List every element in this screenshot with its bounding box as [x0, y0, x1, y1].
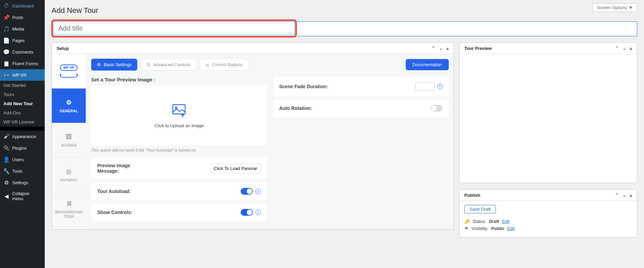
info-icon[interactable]: i	[437, 84, 443, 89]
list-icon: ☰	[146, 62, 150, 67]
dashboard-icon: ⏱	[3, 3, 9, 9]
auto-rotation-toggle[interactable]	[430, 105, 443, 112]
documentation-button[interactable]: Documentation	[406, 59, 449, 70]
tab-advanced-controls[interactable]: ☰Advanced Controls	[141, 59, 196, 71]
tour-preview-panel: Tour Preview ⌃ ⌄ ▴	[459, 42, 637, 183]
setup-title: Setup	[57, 46, 69, 51]
sidebar-sub-license[interactable]: WP VR License	[0, 117, 45, 127]
sidebar-label: Fluent Forms	[12, 61, 38, 66]
autoload-label: Tour Autoload:	[97, 189, 131, 194]
users-icon: 👤	[3, 156, 9, 162]
settings-icon: ⚙	[3, 179, 9, 186]
chevron-up-icon[interactable]: ⌃	[431, 45, 436, 51]
caret-up-icon[interactable]: ▴	[630, 192, 632, 198]
vr-icon: 👓	[3, 72, 9, 78]
chevron-down-icon: ▼	[628, 5, 633, 10]
show-controls-toggle[interactable]	[241, 209, 253, 216]
sidebar-item-fluent-forms[interactable]: 📋Fluent Forms	[0, 58, 45, 69]
key-icon: 🔑	[464, 219, 470, 224]
show-controls-row: Show Controls: i	[91, 204, 267, 221]
caret-up-icon[interactable]: ▴	[446, 45, 449, 51]
chevron-up-icon[interactable]: ⌃	[615, 45, 619, 51]
sidebar-item-media[interactable]: 🎵Media	[0, 23, 45, 35]
preview-message-row: Preview Image Message:	[91, 157, 267, 179]
chevron-down-icon[interactable]: ⌄	[622, 192, 626, 198]
sidebar-item-settings[interactable]: ⚙Settings	[0, 177, 45, 188]
sidebar-item-dashboard[interactable]: ⏱Dashboard	[0, 0, 45, 12]
gear-icon: ⚙	[66, 99, 72, 106]
preview-message-label: Preview Image Message:	[97, 163, 138, 174]
tab-scenes[interactable]: 🖼SCENES	[52, 123, 86, 158]
comment-icon: 💬	[3, 49, 9, 55]
auto-rotation-row: Auto Rotation:	[273, 99, 449, 117]
publish-panel: Publish ⌃ ⌄ ▴ Save Draft 🔑 Status: Draft	[459, 189, 637, 237]
sidebar-label: Posts	[12, 15, 23, 20]
sidebar-item-plugins[interactable]: 🔌Plugins	[0, 142, 45, 154]
tab-basic-settings[interactable]: ⚙Basic Settings	[91, 59, 137, 71]
sidebar-sub-tours[interactable]: Tours	[0, 90, 45, 99]
chevron-up-icon[interactable]: ⌃	[615, 192, 619, 198]
tour-preview-head: Tour Preview ⌃ ⌄ ▴	[460, 43, 637, 54]
chevron-down-icon[interactable]: ⌄	[439, 45, 443, 51]
chevron-down-icon[interactable]: ⌄	[622, 45, 626, 51]
tab-hotspot[interactable]: ◎HOTSPOT	[52, 158, 86, 192]
fade-duration-row: Scene Fade Duration: i	[273, 77, 449, 96]
sidebar-item-pages[interactable]: 📄Pages	[0, 35, 45, 46]
autoload-row: Tour Autoload: i	[91, 183, 267, 200]
tour-preview-title: Tour Preview	[464, 46, 492, 51]
upload-image-icon	[172, 103, 186, 118]
caret-up-icon[interactable]: ▴	[630, 45, 632, 51]
sidebar-item-appearance[interactable]: 🖌Appearance	[0, 131, 45, 142]
sidebar-sub-add-new-tour[interactable]: Add New Tour	[0, 99, 45, 108]
sidebar-label: Dashboard	[12, 3, 34, 8]
top-tabs: ⚙Basic Settings ☰Advanced Controls ⚌Cont…	[91, 59, 449, 71]
status-row: 🔑 Status: Draft Edit	[464, 219, 632, 224]
sidebar-item-posts[interactable]: 📌Posts	[0, 12, 45, 23]
status-value: Draft	[489, 219, 499, 224]
tab-background-tour[interactable]: 🖥BACKGROUND TOUR	[52, 192, 86, 227]
sidebar-label: Comments	[12, 50, 34, 55]
sidebar-label: Collapse menu	[12, 191, 41, 201]
setup-panel: Setup ⌃ ⌄ ▴ WP VR	[52, 42, 454, 230]
status-edit-link[interactable]: Edit	[502, 219, 509, 224]
sidebar-sub-addons[interactable]: Add-Ons	[0, 108, 45, 117]
title-bar-extension[interactable]	[297, 21, 637, 36]
appearance-icon: 🖌	[3, 133, 9, 139]
pin-icon: 📌	[3, 14, 9, 20]
preview-hint: This option will not work if the "Tour A…	[91, 148, 267, 153]
title-input[interactable]	[53, 21, 295, 35]
info-icon[interactable]: i	[256, 189, 261, 194]
info-icon[interactable]: i	[256, 210, 261, 215]
sidebar-label: Users	[12, 157, 24, 162]
upload-preview-image[interactable]: Click to Upload an Image	[91, 86, 267, 145]
fade-duration-input[interactable]	[416, 82, 435, 91]
visibility-edit-link[interactable]: Edit	[507, 226, 515, 231]
visibility-label: Visibility:	[471, 226, 488, 231]
title-row	[52, 20, 637, 36]
tab-label: Advanced Controls	[153, 62, 190, 67]
plugins-icon: 🔌	[3, 145, 9, 151]
sidebar-label: Pages	[12, 38, 25, 43]
autoload-toggle[interactable]	[241, 188, 253, 195]
preview-message-input[interactable]	[210, 164, 261, 173]
save-draft-button[interactable]: Save Draft	[464, 205, 496, 213]
tab-label: SCENES	[61, 143, 76, 147]
sidebar-item-wpvr[interactable]: 👓WP VR	[0, 69, 45, 81]
title-highlight	[52, 20, 297, 37]
tab-label: HOTSPOT	[60, 178, 78, 182]
admin-sidebar: ⏱Dashboard 📌Posts 🎵Media 📄Pages 💬Comment…	[0, 0, 45, 268]
sidebar-item-users[interactable]: 👤Users	[0, 154, 45, 165]
visibility-row: 👁 Visibility: Public Edit	[464, 226, 632, 231]
sidebar-item-collapse[interactable]: ◀Collapse menu	[0, 188, 45, 204]
sidebar-item-comments[interactable]: 💬Comments	[0, 46, 45, 58]
target-icon: ◎	[66, 168, 72, 175]
eye-icon: 👁	[464, 226, 469, 231]
media-icon: 🎵	[3, 26, 9, 32]
tab-control-buttons[interactable]: ⚌Control Buttons	[200, 59, 248, 71]
screen-options-button[interactable]: Screen Options ▼	[592, 3, 637, 12]
publish-body: Save Draft 🔑 Status: Draft Edit 👁 Visibi…	[460, 201, 637, 237]
sidebar-sub-get-started[interactable]: Get Started	[0, 81, 45, 90]
sidebar-item-tools[interactable]: 🔧Tools	[0, 165, 45, 177]
tools-icon: 🔧	[3, 168, 9, 174]
tab-general[interactable]: ⚙GENERAL	[52, 89, 86, 123]
